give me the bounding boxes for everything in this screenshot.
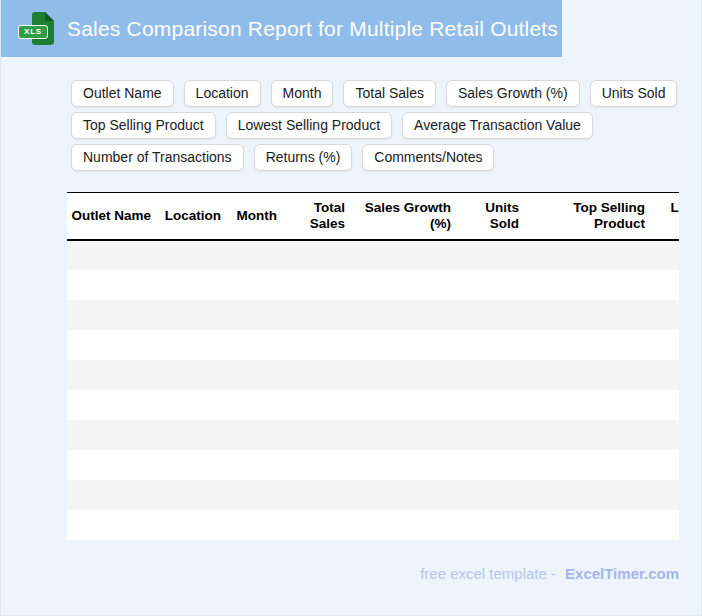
column-chip-list: Outlet NameLocationMonthTotal SalesSales… [71,80,701,171]
table-cell [455,420,523,450]
xls-badge-label: XLS [18,25,48,39]
footer-text: free excel template - [420,565,556,582]
table-cell [225,270,281,300]
table-cell [155,450,225,480]
table-cell [155,360,225,390]
table-cell [225,510,281,540]
table-cell [649,420,679,450]
column-chip: Total Sales [343,80,435,107]
column-header: Sales Growth (%) [349,193,455,240]
table-cell [155,300,225,330]
table-cell [225,300,281,330]
table-cell [523,330,649,360]
table-cell [649,300,679,330]
table-cell [523,450,649,480]
table-cell [67,360,155,390]
table-cell [225,360,281,390]
column-chip: Top Selling Product [71,112,216,139]
table-cell [225,330,281,360]
table-cell [455,240,523,270]
chip-row: Outlet NameLocationMonthTotal SalesSales… [71,80,701,107]
table-cell [281,510,349,540]
table-cell [281,300,349,330]
page-title: Sales Comparison Report for Multiple Ret… [67,17,558,41]
table-cell [281,240,349,270]
table-cell [523,300,649,330]
table-cell [67,420,155,450]
table-cell [67,330,155,360]
table-cell [523,240,649,270]
table-cell [155,330,225,360]
column-chip: Month [271,80,334,107]
table-cell [455,390,523,420]
column-header: Total Sales [281,193,349,240]
table-cell [349,510,455,540]
table-cell [649,270,679,300]
table-cell [523,480,649,510]
table-cell [155,480,225,510]
table-cell [67,240,155,270]
table-cell [281,360,349,390]
column-header: Units Sold [455,193,523,240]
table-cell [225,450,281,480]
table-row [67,450,679,480]
table-cell [225,390,281,420]
table-cell [349,240,455,270]
table-cell [349,300,455,330]
table-row [67,480,679,510]
report-table-container: Outlet NameLocationMonthTotal SalesSales… [67,192,679,540]
table-cell [455,510,523,540]
table-cell [349,270,455,300]
table-cell [67,450,155,480]
table-cell [281,450,349,480]
table-row [67,360,679,390]
table-cell [155,390,225,420]
table-cell [281,330,349,360]
table-cell [349,360,455,390]
brand-link[interactable]: ExcelTimer.com [565,565,679,582]
table-cell [523,270,649,300]
page: XLS Sales Comparison Report for Multiple… [0,0,702,616]
table-cell [455,360,523,390]
table-cell [523,390,649,420]
table-row [67,330,679,360]
table-row [67,300,679,330]
table-cell [349,390,455,420]
column-header: Outlet Name [67,193,155,240]
column-chip: Comments/Notes [362,144,494,171]
table-cell [649,480,679,510]
column-chip: Average Transaction Value [402,112,593,139]
column-header: Month [225,193,281,240]
title-bar: XLS Sales Comparison Report for Multiple… [1,0,562,57]
table-cell [523,420,649,450]
table-cell [281,480,349,510]
table-cell [649,360,679,390]
table-cell [67,300,155,330]
table-cell [455,300,523,330]
table-row [67,390,679,420]
table-row [67,510,679,540]
table-cell [67,510,155,540]
table-cell [455,450,523,480]
xls-file-icon: XLS [32,12,54,45]
column-header: Lowest Selling Product [649,193,679,240]
table-cell [67,480,155,510]
table-header-row: Outlet NameLocationMonthTotal SalesSales… [67,193,679,240]
table-row [67,240,679,270]
table-cell [281,270,349,300]
report-table: Outlet NameLocationMonthTotal SalesSales… [67,192,679,540]
chip-row: Number of TransactionsReturns (%)Comment… [71,144,701,171]
table-cell [67,270,155,300]
table-cell [349,330,455,360]
table-cell [455,330,523,360]
table-cell [155,510,225,540]
table-cell [225,240,281,270]
table-cell [281,420,349,450]
table-cell [349,450,455,480]
column-header: Top Selling Product [523,193,649,240]
table-cell [649,330,679,360]
column-chip: Lowest Selling Product [226,112,392,139]
table-cell [225,480,281,510]
table-cell [649,450,679,480]
table-cell [155,420,225,450]
